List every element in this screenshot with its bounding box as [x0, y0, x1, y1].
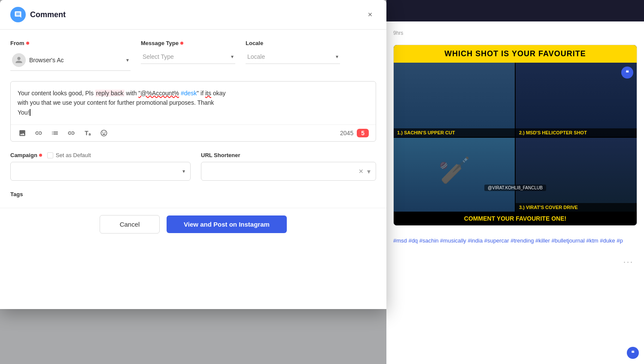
locale-label: Locale: [246, 40, 340, 46]
image-footer: COMMENT YOUR FAVOURITE ONE!: [394, 212, 637, 225]
editor-text-part1: Your content looks good, Pls: [18, 90, 95, 97]
image-title: WHICH SHOT IS YOUR FAVOURITE: [394, 45, 637, 63]
image-cell-label-1: 1.) SACHIN'S UPPER CUT: [394, 128, 515, 137]
campaign-row: Campaign Set as Default ▾: [10, 152, 376, 181]
locale-placeholder: Locale: [247, 53, 332, 60]
editor-text-part3: " if: [197, 90, 205, 97]
campaign-required: [39, 154, 42, 157]
message-type-chevron: ▾: [231, 54, 234, 60]
message-type-placeholder: Select Type: [143, 53, 228, 60]
text-toolbar-icon[interactable]: Tₐ: [83, 128, 92, 138]
url-clear-button[interactable]: ✕: [358, 168, 364, 175]
text-editor[interactable]: Your content looks good, Pls reply back …: [10, 81, 376, 142]
post-image: WHICH SHOT IS YOUR FAVOURITE 1.) SACHIN'…: [394, 45, 637, 225]
message-type-required: [180, 42, 183, 45]
url-shortener-label: URL Shortener: [201, 152, 376, 158]
modal-title: Comment: [30, 10, 66, 19]
emoji-toolbar-icon[interactable]: [99, 128, 109, 138]
hashtag-area: #msd #dq #sachin #musically #india #supe…: [393, 233, 637, 249]
locale-group: Locale Locale ▾: [246, 40, 340, 64]
toolbar-icons: Tₐ: [18, 128, 109, 138]
cancel-button[interactable]: Cancel: [100, 215, 160, 234]
from-avatar: [12, 53, 26, 67]
campaign-label-row: Campaign Set as Default: [10, 152, 191, 158]
right-panel-header: [386, 0, 644, 21]
modal-overlay: Comment × From: [0, 0, 386, 364]
modal-footer: Cancel View and Post on Instagram: [0, 208, 386, 244]
from-value: Browser's Ac: [29, 57, 123, 64]
image-cell-4: 3.) VIRAT'S COVER DRIVE: [516, 138, 637, 212]
post-time: 9hrs: [393, 30, 403, 36]
link-toolbar-icon[interactable]: [34, 128, 43, 138]
right-panel-content: 9hrs WHICH SHOT IS YOUR FAVOURITE 1.) SA…: [386, 21, 644, 364]
modal-body: From Browser's Ac ▾: [0, 30, 386, 208]
editor-text-part2: with: [125, 90, 139, 97]
url-actions: ✕ ▾: [358, 167, 371, 176]
char-count-area: 2045 5: [340, 129, 369, 137]
editor-text-account: "@%Account%: [138, 90, 179, 97]
image-cell-1: 1.) SACHIN'S UPPER CUT: [394, 63, 515, 137]
editor-toolbar: Tₐ 2045 5: [11, 124, 376, 141]
post-button[interactable]: View and Post on Instagram: [167, 215, 287, 233]
message-type-group: Message Type Select Type ▾: [141, 40, 235, 64]
url-shortener-group: URL Shortener ✕ ▾: [201, 152, 376, 181]
bottom-quote-badge: ❝: [627, 347, 639, 359]
comment-modal: Comment × From: [0, 0, 386, 309]
campaign-label: Campaign: [10, 152, 42, 158]
set-as-default-checkbox[interactable]: Set as Default: [47, 152, 91, 158]
modal-title-area: Comment: [10, 7, 66, 22]
checkbox-box: [47, 152, 53, 158]
modal-header: Comment ×: [0, 0, 386, 30]
image-toolbar-icon[interactable]: [18, 128, 27, 138]
editor-content[interactable]: Your content looks good, Pls reply back …: [11, 82, 376, 124]
image-cell-label-2: 2.) MSD'S HELICOPTER SHOT: [516, 128, 637, 137]
from-label: From: [10, 40, 131, 46]
post-card: WHICH SHOT IS YOUR FAVOURITE 1.) SACHIN'…: [393, 45, 637, 226]
post-badge-top-right: ❝: [621, 67, 633, 79]
campaign-chevron: ▾: [182, 168, 185, 174]
from-required: [26, 42, 29, 45]
locale-chevron: ▾: [336, 54, 338, 60]
editor-text-hashtag: #desk: [181, 90, 197, 97]
from-select[interactable]: Browser's Ac ▾: [10, 50, 131, 71]
from-group: From Browser's Ac ▾: [10, 40, 131, 71]
tag-count: 5: [357, 129, 369, 137]
right-panel: 9hrs WHICH SHOT IS YOUR FAVOURITE 1.) SA…: [386, 0, 644, 364]
watermark: @VIRAT.KOHLI8_FANCLUB: [484, 185, 546, 191]
list-toolbar-icon[interactable]: [50, 128, 60, 138]
url-shortener-dropdown[interactable]: ✕ ▾: [201, 162, 376, 181]
from-chevron: ▾: [126, 57, 129, 63]
image-cell-3: 🏏: [394, 138, 515, 212]
url-chevron: ▾: [367, 167, 371, 176]
image-cell-2: 2.) MSD'S HELICOPTER SHOT: [516, 63, 637, 137]
message-type-select[interactable]: Select Type ▾: [141, 50, 235, 64]
campaign-dropdown[interactable]: ▾: [10, 162, 191, 181]
image-cell-label-4: 3.) VIRAT'S COVER DRIVE: [516, 203, 637, 212]
text-cursor: [30, 109, 30, 116]
locale-select[interactable]: Locale ▾: [246, 50, 340, 64]
set-as-default-label: Set as Default: [56, 152, 91, 158]
campaign-group: Campaign Set as Default ▾: [10, 152, 191, 181]
modal-icon: [10, 7, 26, 22]
tags-label: Tags: [10, 191, 376, 197]
form-row-top: From Browser's Ac ▾: [10, 40, 376, 71]
chain-toolbar-icon[interactable]: [67, 128, 76, 138]
modal-close-button[interactable]: ×: [364, 9, 376, 21]
char-count: 2045: [340, 130, 353, 136]
message-type-label: Message Type: [141, 40, 235, 46]
editor-text-its: its: [205, 90, 211, 97]
more-dots[interactable]: ...: [393, 256, 637, 265]
editor-text-reply: reply back: [95, 90, 125, 97]
